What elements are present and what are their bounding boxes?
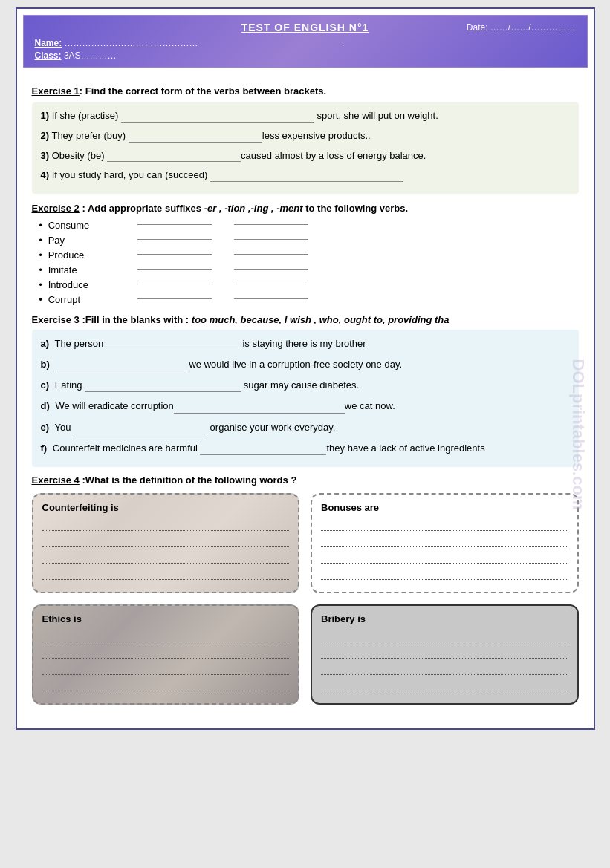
bonuses-title: Bonuses are xyxy=(321,502,568,513)
def-box-bonuses: Bonuses are xyxy=(311,493,579,593)
exercise3-title: Exercise 3 :Fill in the blanks with : to… xyxy=(32,314,579,325)
exercise1-title: Exercise 1: Find the correct form of the… xyxy=(32,85,579,97)
ex1-item-3: 3) Obesity (be) caused almost by a loss … xyxy=(41,149,570,164)
exercise1-section: 1) If she (practise) sport, she will put… xyxy=(32,102,579,194)
test-title: TEST OF ENGLISH N°1 xyxy=(241,22,369,33)
ex2-pay: • Pay xyxy=(32,235,579,246)
ex2-introduce: • Introduce xyxy=(32,279,579,290)
ex2-consume: • Consume xyxy=(32,220,579,231)
ex3-item-f: f) Counterfeit medicines are harmful the… xyxy=(41,440,570,457)
ethics-title: Ethics is xyxy=(42,613,290,624)
exercise4-grid: Counterfeiting is Bonuses are Ethics is xyxy=(32,493,579,705)
page: DOLprintables.com TEST OF ENGLISH N°1 Da… xyxy=(16,7,595,730)
ex3-item-c: c) Eating sugar may cause diabetes. xyxy=(41,377,570,394)
ex1-item-4: 4) If you study hard, you can (succeed) xyxy=(41,168,570,183)
def-box-bribery: Bribery is xyxy=(311,604,579,705)
ex3-item-a: a) The person is staying there is my bro… xyxy=(41,336,570,352)
exercise4-title: Exercise 4 :What is the definition of th… xyxy=(32,474,579,486)
bribery-title: Bribery is xyxy=(321,613,568,624)
name-row: Name: ……………………………………… . xyxy=(35,38,576,48)
exercise2-section: • Consume • Pay • Produce xyxy=(32,220,579,305)
exercise2-title: Exercise 2 : Add appropriate suffixes -e… xyxy=(32,203,579,214)
header: TEST OF ENGLISH N°1 Date: ……/……/…………… Na… xyxy=(23,15,588,68)
ex2-corrupt: • Corrupt xyxy=(32,294,579,305)
exercise3-section: a) The person is staying there is my bro… xyxy=(32,330,579,467)
ex1-item-1: 1) If she (practise) sport, she will put… xyxy=(41,108,570,124)
def-box-counterfeiting: Counterfeiting is xyxy=(32,493,300,593)
counterfeiting-title: Counterfeiting is xyxy=(42,502,290,513)
ex3-item-d: d) We will eradicate corruptionwe cat no… xyxy=(41,398,570,414)
ex3-item-b: b) we would live in a corruption-free so… xyxy=(41,356,570,373)
class-row: Class: 3AS………… xyxy=(35,50,576,61)
content: Exercise 1: Find the correct form of the… xyxy=(17,68,594,714)
ex3-item-e: e) You organise your work everyday. xyxy=(41,420,570,436)
ex2-produce: • Produce xyxy=(32,249,579,261)
date-field: Date: ……/……/…………… xyxy=(467,22,576,33)
def-box-ethics: Ethics is xyxy=(32,604,300,705)
ex1-item-2: 2) They prefer (buy) less expensive prod… xyxy=(41,128,570,144)
ex2-imitate: • Imitate xyxy=(32,264,579,275)
